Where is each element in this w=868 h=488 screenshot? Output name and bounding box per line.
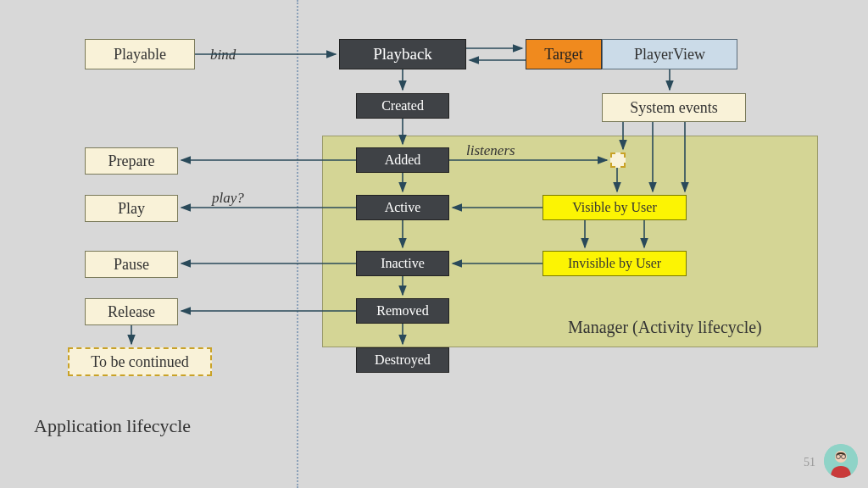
box-system-events: System events (602, 93, 746, 122)
box-playerview: PlayerView (602, 39, 737, 69)
dotted-divider (297, 0, 298, 488)
box-invisible: Invisible by User (542, 251, 687, 276)
box-active: Active (356, 195, 449, 220)
box-play: Play (85, 195, 178, 222)
title-manager: Manager (Activity lifecycle) (568, 318, 762, 337)
box-target: Target (526, 39, 602, 69)
box-removed: Removed (356, 298, 449, 324)
box-destroyed: Destroyed (356, 347, 449, 373)
box-prepare: Prepare (85, 147, 178, 175)
label-bind: bind (210, 47, 236, 64)
box-playable: Playable (85, 39, 195, 69)
listener-target-icon (610, 152, 626, 168)
label-listeners: listeners (466, 142, 515, 159)
avatar-icon (824, 444, 858, 478)
label-play-q: play? (212, 190, 244, 207)
box-playback: Playback (339, 39, 466, 69)
page-number: 51 (804, 456, 815, 469)
title-app-lifecycle: Application lifecycle (34, 415, 191, 437)
box-pause: Pause (85, 251, 178, 278)
box-inactive: Inactive (356, 251, 449, 276)
box-visible: Visible by User (542, 195, 687, 220)
box-release: Release (85, 298, 178, 325)
box-tbc: To be continued (68, 347, 212, 376)
box-created: Created (356, 93, 449, 119)
box-added: Added (356, 147, 449, 173)
